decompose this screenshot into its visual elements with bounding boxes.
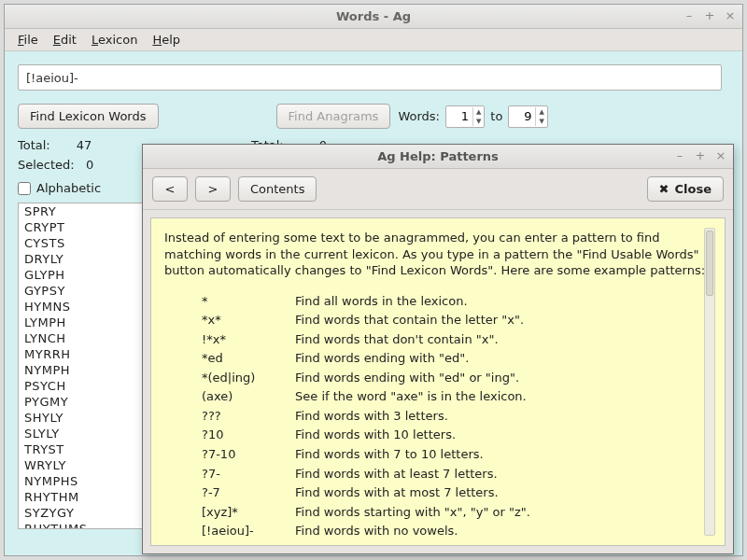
help-titlebar: Ag Help: Patterns – + × — [143, 145, 733, 169]
help-title: Ag Help: Patterns — [377, 149, 499, 163]
pattern-row: ?7-10Find words with 7 to 10 letters. — [202, 446, 530, 463]
description-cell: Find words with 3 letters. — [295, 408, 530, 425]
left-total-value: 47 — [77, 138, 92, 152]
window-buttons: – + × — [683, 8, 737, 22]
description-cell: Find words with 10 letters. — [295, 427, 530, 443]
help-prev-button[interactable]: < — [152, 176, 188, 202]
pattern-cell: !*x* — [202, 331, 295, 348]
pattern-row: ?10Find words with 10 letters. — [202, 427, 530, 443]
words-from-input[interactable] — [446, 109, 472, 123]
to-label: to — [490, 109, 502, 123]
minimize-icon[interactable]: – — [673, 148, 686, 162]
help-intro: Instead of entering some text to be anag… — [164, 230, 712, 279]
description-cell: Find words ending with "ed". — [295, 350, 530, 367]
chevron-down-icon[interactable]: ▼ — [536, 117, 546, 126]
pattern-row: ?-7Find words with at most 7 letters. — [202, 484, 530, 501]
find-lexicon-words-button[interactable]: Find Lexicon Words — [18, 104, 159, 129]
alphabetic-label: Alphabetic — [36, 181, 101, 195]
pattern-input[interactable] — [18, 64, 722, 91]
pattern-row: ???Find words with 3 letters. — [202, 408, 530, 425]
pattern-table: *Find all words in the lexicon.*x*Find w… — [202, 290, 530, 542]
selected-value: 0 — [86, 158, 93, 172]
words-label: Words: — [398, 109, 440, 123]
pattern-row: ?7-Find words with at least 7 letters. — [202, 466, 530, 483]
selected-label: Selected: — [18, 158, 75, 172]
help-contents-button[interactable]: Contents — [238, 176, 317, 202]
description-cell: See if the word "axe" is in the lexicon. — [295, 388, 530, 405]
maximize-icon[interactable]: + — [694, 148, 707, 162]
help-close-label: Close — [675, 182, 712, 196]
pattern-cell: ?-7 — [202, 484, 295, 501]
close-icon: ✖ — [659, 182, 669, 196]
pattern-row: *Find all words in the lexicon. — [202, 293, 530, 310]
help-close-button[interactable]: ✖ Close — [647, 176, 724, 202]
pattern-row: [!aeiou]-Find words with no vowels. — [202, 523, 530, 539]
chevron-up-icon[interactable]: ▲ — [473, 107, 484, 117]
help-next-button[interactable]: > — [195, 176, 231, 202]
help-scrollbar[interactable] — [704, 228, 715, 536]
controls-row: Find Lexicon Words Find Anagrams Words: … — [18, 104, 729, 129]
help-content[interactable]: Instead of entering some text to be anag… — [150, 217, 726, 546]
pattern-row: [xyz]*Find words starting with "x", "y" … — [202, 504, 530, 521]
minimize-icon[interactable]: – — [683, 8, 696, 22]
scrollbar-thumb[interactable] — [706, 231, 713, 296]
words-to-input[interactable] — [509, 109, 535, 123]
chevron-down-icon[interactable]: ▼ — [473, 117, 484, 126]
description-cell: Find words ending with "ed" or "ing". — [295, 370, 530, 386]
pattern-row: *x*Find words that contain the letter "x… — [202, 312, 530, 329]
pattern-cell: *x* — [202, 312, 295, 329]
chevron-up-icon[interactable]: ▲ — [536, 107, 546, 117]
description-cell: Find words with at least 7 letters. — [295, 466, 530, 483]
menu-help[interactable]: Help — [147, 31, 186, 49]
help-window: Ag Help: Patterns – + × < > Contents ✖ C… — [142, 144, 734, 554]
alphabetic-checkbox[interactable] — [18, 182, 31, 195]
words-to-stepper[interactable]: ▲▼ — [508, 105, 547, 128]
description-cell: Find words with 7 to 10 letters. — [295, 446, 530, 463]
menu-lexicon[interactable]: Lexicon — [86, 31, 143, 49]
pattern-cell: *(ed|ing) — [202, 370, 295, 386]
pattern-cell: *ed — [202, 350, 295, 367]
close-window-icon[interactable]: × — [714, 148, 727, 162]
left-total-label: Total: — [18, 138, 50, 152]
help-window-buttons: – + × — [673, 148, 727, 162]
description-cell: Find words starting with "x", "y" or "z"… — [295, 504, 530, 521]
pattern-row: (axe)See if the word "axe" is in the lex… — [202, 388, 530, 405]
pattern-cell: (axe) — [202, 388, 295, 405]
maximize-icon[interactable]: + — [703, 8, 716, 22]
words-range: Words: ▲▼ to ▲▼ — [398, 105, 547, 128]
close-window-icon[interactable]: × — [724, 8, 737, 22]
description-cell: Find words that contain the letter "x". — [295, 312, 530, 329]
description-cell: Find words with at most 7 letters. — [295, 484, 530, 501]
pattern-cell: [!aeiou]- — [202, 523, 295, 539]
description-cell: Find words that don't contain "x". — [295, 331, 530, 348]
words-from-stepper[interactable]: ▲▼ — [445, 105, 485, 128]
pattern-cell: ?10 — [202, 427, 295, 443]
main-titlebar: Words - Ag – + × — [5, 5, 742, 29]
menu-file[interactable]: File — [12, 31, 44, 49]
pattern-cell: ?7-10 — [202, 446, 295, 463]
pattern-cell: ??? — [202, 408, 295, 425]
menubar: File Edit Lexicon Help — [5, 29, 742, 51]
pattern-row: *edFind words ending with "ed". — [202, 350, 530, 367]
description-cell: Find words with no vowels. — [295, 523, 530, 539]
help-body: Instead of entering some text to be anag… — [143, 210, 733, 553]
find-anagrams-button[interactable]: Find Anagrams — [276, 104, 391, 129]
pattern-row: *(ed|ing)Find words ending with "ed" or … — [202, 370, 530, 386]
pattern-cell: * — [202, 293, 295, 310]
main-title: Words - Ag — [336, 9, 411, 23]
pattern-row: !*x*Find words that don't contain "x". — [202, 331, 530, 348]
pattern-cell: ?7- — [202, 466, 295, 483]
help-toolbar: < > Contents ✖ Close — [143, 169, 733, 210]
pattern-cell: [xyz]* — [202, 504, 295, 521]
description-cell: Find all words in the lexicon. — [295, 293, 530, 310]
menu-edit[interactable]: Edit — [48, 31, 82, 49]
